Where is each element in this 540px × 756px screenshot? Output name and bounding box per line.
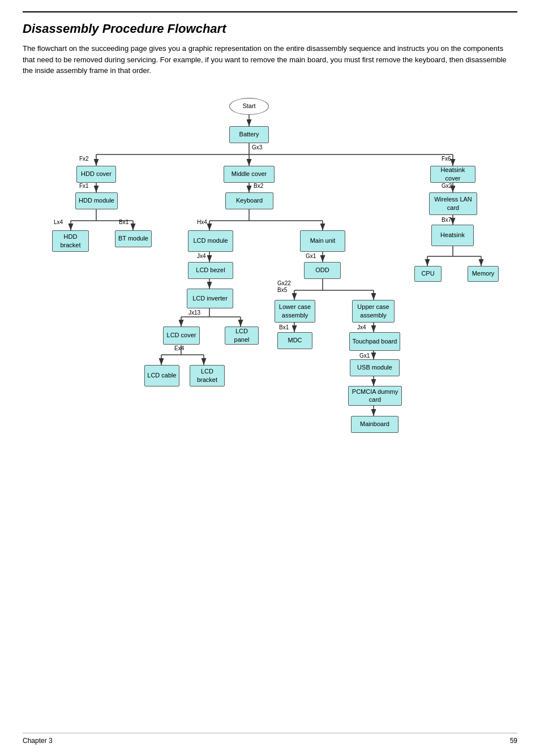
page-title: Disassembly Procedure Flowchart [23, 22, 517, 36]
node-pcmcia-dummy: PCMCIA dummy card [348, 386, 402, 406]
label-fx1: Fx1 [79, 183, 89, 189]
node-lcd-bracket: LCD bracket [190, 365, 225, 386]
node-heatsink: Heatsink [431, 225, 474, 246]
label-lx4: Lx4 [54, 219, 63, 225]
top-border [23, 11, 517, 12]
label-gx22: Gx22 [277, 280, 291, 286]
node-usb-module: USB module [350, 359, 400, 376]
node-lcd-module: LCD module [188, 230, 233, 252]
label-bx2: Bx2 [254, 183, 263, 189]
label-gx1-odd: Gx1 [306, 253, 316, 259]
node-upper-case: Upper case assembly [352, 300, 395, 323]
footer-left: Chapter 3 [23, 737, 53, 745]
label-bx7: Bx7 [442, 217, 451, 223]
label-fx6: Fx6 [442, 156, 451, 162]
label-gx1-usb: Gx1 [359, 353, 370, 359]
flowchart: Start Battery Gx3 Fx2 Fx6 HDD cover Midd… [23, 88, 521, 608]
node-lcd-inverter: LCD inverter [187, 289, 233, 308]
label-ex4: Ex4 [174, 345, 184, 351]
node-hdd-module: HDD module [75, 192, 118, 209]
node-lower-case: Lower case assembly [275, 300, 315, 323]
node-lcd-cable: LCD cable [144, 365, 179, 386]
node-keyboard: Keyboard [225, 192, 273, 209]
node-battery: Battery [229, 126, 269, 143]
node-lcd-cover: LCD cover [163, 327, 200, 345]
footer-right: 59 [510, 737, 517, 745]
label-gx3: Gx3 [252, 144, 262, 151]
label-bx5: Bx5 [277, 287, 287, 293]
node-heatsink-cover: Heatsink cover [430, 166, 475, 183]
node-touchpad-board: Touchpad board [349, 332, 400, 351]
label-jx4-tp: Jx4 [357, 324, 366, 330]
node-lcd-bezel: LCD bezel [188, 262, 233, 279]
node-hdd-bracket: HDD bracket [52, 230, 89, 252]
label-jx13: Jx13 [188, 310, 200, 316]
label-bx1-mdc: Bx1 [279, 324, 289, 330]
node-memory: Memory [468, 266, 499, 282]
node-odd: ODD [304, 262, 341, 279]
label-fx2: Fx2 [79, 156, 89, 162]
node-wireless-lan: Wireless LAN card [429, 192, 477, 215]
page-description: The flowchart on the succeeding page giv… [23, 43, 509, 76]
node-hdd-cover: HDD cover [76, 166, 116, 183]
node-middle-cover: Middle cover [224, 166, 275, 183]
node-cpu: CPU [414, 266, 442, 282]
node-mdc: MDC [277, 332, 312, 349]
footer: Chapter 3 59 [23, 733, 517, 745]
node-main-unit: Main unit [300, 230, 345, 252]
label-jx4-lcd: Jx4 [197, 253, 206, 259]
page: Disassembly Procedure Flowchart The flow… [0, 0, 540, 756]
node-lcd-panel: LCD panel [225, 327, 259, 345]
label-gx2: Gx2 [442, 183, 452, 189]
node-start: Start [229, 98, 269, 115]
node-bt-module: BT module [115, 230, 152, 247]
label-hx4: Hx4 [197, 219, 207, 225]
node-mainboard: Mainboard [351, 416, 398, 433]
label-bx1-hdd: Bx1 [119, 219, 128, 225]
